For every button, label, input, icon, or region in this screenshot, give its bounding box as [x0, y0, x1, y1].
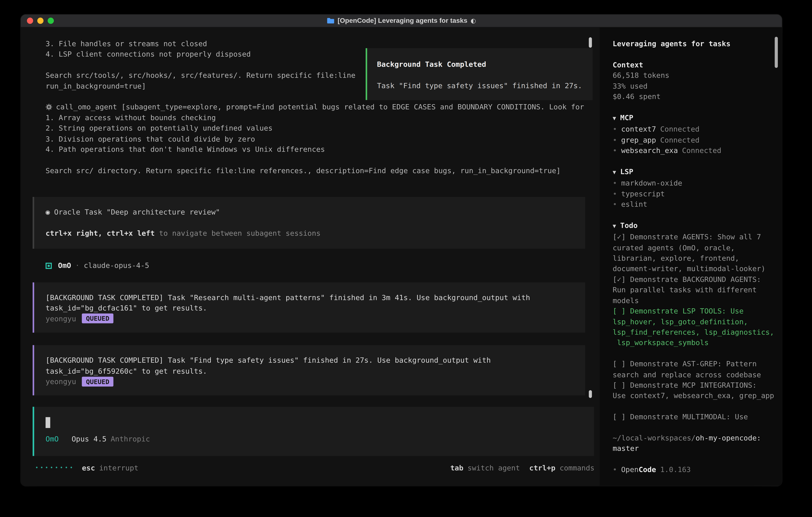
context-used: 33% used	[613, 81, 778, 91]
mcp-server-status: Connected	[682, 146, 721, 154]
tool-call-header: call_omo_agent [subagent_type=explore, p…	[46, 102, 600, 112]
bullet-icon: •	[613, 190, 617, 198]
tool-call-body: 1. Array access without bounds checking …	[46, 112, 600, 176]
ctrlp-key-label: commands	[560, 463, 594, 473]
task-message-footer: yeongyu QUEUED	[46, 376, 585, 387]
half-circle-icon: ◐	[470, 16, 476, 26]
agent-square-icon	[46, 263, 52, 269]
window-title: [OpenCode] Leveraging agents for tasks ◐	[327, 16, 476, 26]
navigation-hint: ctrl+x right, ctrl+x left to navigate be…	[46, 228, 585, 239]
bullet-icon: •	[613, 179, 617, 187]
workspace-branch: master	[613, 444, 639, 453]
background-task-message[interactable]: [BACKGROUND TASK COMPLETED] Task "Find t…	[33, 345, 585, 396]
mcp-server-status: Connected	[660, 136, 699, 144]
lsp-server-name: markdown-oxide	[621, 179, 682, 187]
minimize-window-button[interactable]	[37, 18, 44, 24]
agent-name: OmO	[58, 260, 71, 271]
app-version: 1.0.163	[660, 465, 691, 473]
spinner-dots-icon: ••••••••	[35, 463, 75, 473]
oracle-task-label: Oracle Task "Deep architecture review"	[54, 208, 220, 216]
todo-item: [ ] Demonstrate AST-GREP: Pattern search…	[613, 359, 778, 380]
status-left: •••••••• esc interrupt	[35, 463, 139, 473]
background-task-message[interactable]: [BACKGROUND TASK COMPLETED] Task "Resear…	[33, 282, 585, 333]
todo-item: [ ] Demonstrate MULTIMODAL: Use	[613, 411, 778, 422]
mcp-server-item: •websearch_exaConnected	[613, 145, 778, 156]
status-bar: •••••••• esc interrupt tab switch agent …	[35, 463, 594, 473]
scrollbar-thumb-top[interactable]	[589, 37, 592, 48]
traffic-lights	[27, 15, 54, 27]
sidebar-scrollbar-thumb[interactable]	[775, 37, 778, 68]
toast-notification[interactable]: Background Task Completed Task "Find typ…	[366, 48, 592, 100]
active-model-label: Opus 4.5	[71, 434, 107, 444]
active-agent-label: OmO	[46, 434, 59, 444]
window-content: 3. File handles or streams not closed 4.…	[21, 27, 782, 485]
bullet-icon: •	[613, 465, 617, 473]
context-spent: $0.46 spent	[613, 91, 778, 102]
hint-text: to navigate between subagent sessions	[155, 229, 320, 237]
esc-key-label: interrupt	[99, 463, 139, 473]
toast-title: Background Task Completed	[377, 59, 592, 70]
queued-badge: QUEUED	[82, 314, 114, 324]
todo-section: ▼Todo [✓] Demonstrate AGENTS: Show all 7…	[613, 220, 778, 422]
collapse-triangle-icon: ▼	[613, 115, 616, 122]
bullet-icon: •	[613, 125, 617, 133]
lsp-section-header[interactable]: ▼LSP	[613, 166, 778, 178]
scrollbar-thumb-bottom[interactable]	[589, 390, 592, 398]
brand-code: Code	[639, 465, 656, 473]
mcp-header-label: MCP	[620, 113, 633, 121]
task-author: yeongyu	[46, 376, 76, 387]
sidebar-footer: •OpenCode1.0.163	[613, 464, 778, 475]
lsp-server-name: typescript	[621, 190, 665, 198]
text-cursor	[46, 417, 50, 428]
context-section: Context 66,518 tokens 33% used $0.46 spe…	[613, 60, 778, 102]
task-message-text: [BACKGROUND TASK COMPLETED] Task "Resear…	[46, 292, 585, 313]
task-author: yeongyu	[46, 313, 76, 324]
stage: [OpenCode] Leveraging agents for tasks ◐…	[0, 0, 812, 517]
prompt-input[interactable]: OmO Opus 4.5 Anthropic	[33, 407, 594, 456]
tab-key-hint: tab	[451, 463, 464, 473]
lsp-server-item: •typescript	[613, 188, 778, 199]
lsp-server-item: •markdown-oxide	[613, 178, 778, 189]
desktop: [OpenCode] Leveraging agents for tasks ◐…	[0, 0, 812, 517]
todo-header-label: Todo	[620, 221, 638, 229]
close-window-button[interactable]	[27, 18, 33, 24]
status-right: tab switch agent ctrl+p commands	[451, 463, 594, 473]
oracle-task-title: ◉Oracle Task "Deep architecture review"	[46, 207, 585, 218]
sidebar: Leveraging agents for tasks Context 66,5…	[600, 27, 782, 485]
todo-item: [✓] Demonstrate BACKGROUND AGENTS: Run p…	[613, 274, 778, 306]
oracle-task-card[interactable]: ◉Oracle Task "Deep architecture review" …	[33, 197, 585, 249]
mcp-server-item: •grep_appConnected	[613, 135, 778, 145]
tool-call-block: call_omo_agent [subagent_type=explore, p…	[46, 102, 600, 176]
mcp-server-status: Connected	[660, 125, 699, 133]
todo-item: [ ] Demonstrate MCP INTEGRATIONS: Use co…	[613, 380, 778, 401]
context-tokens: 66,518 tokens	[613, 70, 778, 81]
agent-model: claude-opus-4-5	[84, 260, 149, 271]
tab-key-label: switch agent	[467, 463, 520, 473]
task-message-text: [BACKGROUND TASK COMPLETED] Task "Find t…	[46, 355, 585, 376]
todo-section-header[interactable]: ▼Todo	[613, 220, 778, 232]
bullet-icon: •	[613, 146, 617, 154]
task-message-footer: yeongyu QUEUED	[46, 313, 585, 324]
mcp-section: ▼MCP •context7Connected •grep_appConnect…	[613, 112, 778, 156]
toast-body: Task "Find type safety issues" finished …	[377, 80, 592, 91]
workspace-path-prefix: ~/local-workspaces/	[613, 434, 696, 442]
esc-key-hint: esc	[82, 463, 95, 473]
lsp-header-label: LSP	[620, 167, 633, 175]
mcp-server-name: context7	[621, 125, 656, 133]
lsp-server-name: eslint	[621, 200, 647, 208]
mcp-section-header[interactable]: ▼MCP	[613, 112, 778, 124]
workspace-repo: oh-my-opencode:	[696, 434, 761, 442]
ctrlp-key-hint: ctrl+p	[529, 463, 555, 473]
agent-header: OmO · claude-opus-4-5	[46, 260, 600, 271]
hint-keys: ctrl+x right, ctrl+x left	[46, 229, 155, 237]
input-footer: OmO Opus 4.5 Anthropic	[46, 434, 594, 444]
todo-item: [✓] Demonstrate AGENTS: Show all 7 curat…	[613, 232, 778, 274]
titlebar[interactable]: [OpenCode] Leveraging agents for tasks ◐	[21, 15, 782, 28]
mcp-server-name: websearch_exa	[621, 146, 678, 154]
zoom-window-button[interactable]	[48, 18, 54, 24]
todo-item-active: [ ] Demonstrate LSP TOOLS: Use lsp_hover…	[613, 306, 778, 348]
mcp-server-item: •context7Connected	[613, 124, 778, 135]
lsp-section: ▼LSP •markdown-oxide •typescript •eslint	[613, 166, 778, 210]
lsp-server-item: •eslint	[613, 199, 778, 210]
separator-dot: ·	[75, 260, 80, 271]
